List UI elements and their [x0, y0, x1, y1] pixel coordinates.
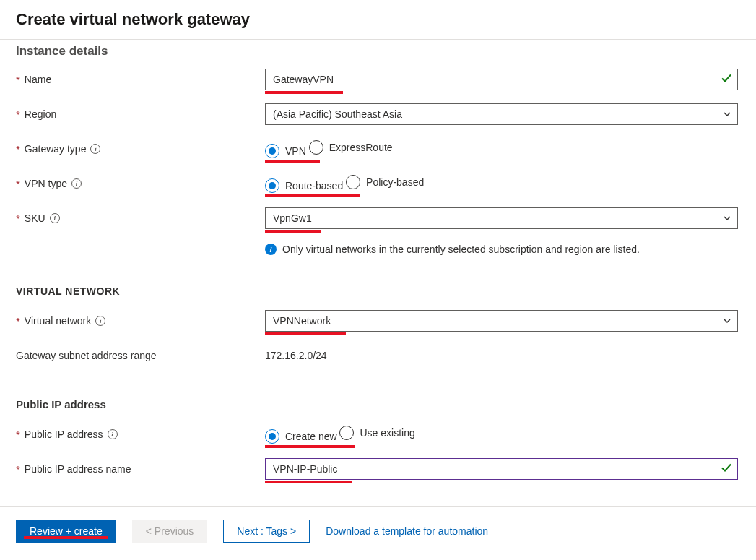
chevron-down-icon	[723, 316, 731, 325]
info-icon[interactable]: i	[95, 316, 105, 326]
radio-expressroute[interactable]: ExpressRoute	[309, 140, 393, 155]
radio-dot	[309, 140, 323, 155]
radio-use-existing[interactable]: Use existing	[339, 426, 414, 440]
highlight-underline	[265, 481, 352, 483]
chevron-down-icon	[723, 214, 731, 223]
next-tags-button[interactable]: Next : Tags >	[223, 520, 310, 543]
highlight-underline	[24, 536, 108, 539]
public-ip-name-input[interactable]	[265, 458, 738, 480]
sku-select[interactable]: VpnGw1	[265, 207, 738, 229]
label-name: * Name	[16, 74, 265, 86]
row-region: * Region (Asia Pacific) Southeast Asia	[16, 102, 740, 126]
radio-dot	[265, 178, 279, 193]
vnet-select[interactable]: VPNNetwork	[265, 310, 738, 332]
radio-policy-based[interactable]: Policy-based	[346, 175, 424, 189]
radio-dot	[265, 144, 279, 158]
required-asterisk: *	[16, 212, 20, 225]
required-asterisk: *	[16, 463, 20, 475]
highlight-underline	[265, 230, 321, 233]
label-public-ip: * Public IP address i	[16, 428, 265, 441]
required-asterisk: *	[16, 315, 20, 327]
radio-route-based[interactable]: Route-based	[265, 178, 343, 193]
label-vpn-type: * VPN type i	[16, 178, 265, 190]
section-public-ip: Public IP address	[16, 398, 740, 410]
region-select[interactable]: (Asia Pacific) Southeast Asia	[265, 103, 738, 125]
info-icon[interactable]: i	[71, 178, 82, 189]
page-header: Create virtual network gateway	[0, 0, 756, 40]
review-create-button[interactable]: Review + create	[16, 520, 116, 543]
row-public-ip-mode: * Public IP address i Create new Use exi…	[16, 422, 740, 447]
previous-button: < Previous	[132, 520, 208, 543]
required-asterisk: *	[16, 178, 20, 190]
highlight-underline	[265, 445, 355, 448]
radio-dot	[265, 429, 279, 444]
info-icon[interactable]: i	[90, 144, 100, 154]
required-asterisk: *	[16, 428, 20, 441]
radio-dot	[339, 426, 354, 440]
radio-create-new[interactable]: Create new	[265, 429, 337, 444]
label-gateway-type: * Gateway type i	[16, 143, 265, 155]
label-region: * Region	[16, 108, 265, 121]
gateway-type-radio-group: VPN ExpressRoute	[265, 140, 393, 158]
highlight-underline	[265, 160, 320, 163]
highlight-underline	[265, 91, 343, 94]
name-input[interactable]	[265, 69, 738, 90]
section-instance-details: Instance details	[16, 44, 740, 59]
highlight-underline	[265, 194, 360, 197]
row-name: * Name	[16, 67, 740, 92]
radio-dot	[346, 175, 360, 189]
footer-bar: Review + create < Previous Next : Tags >…	[0, 506, 756, 556]
row-gateway-type: * Gateway type i VPN ExpressRoute	[16, 137, 740, 161]
row-vnet: * Virtual network i VPNNetwork	[16, 309, 740, 333]
row-public-ip-name: * Public IP address name	[16, 457, 740, 481]
vpn-type-radio-group: Route-based Policy-based	[265, 175, 424, 193]
radio-vpn[interactable]: VPN	[265, 144, 306, 158]
row-subnet: Gateway subnet address range 172.16.2.0/…	[16, 343, 740, 368]
required-asterisk: *	[16, 74, 20, 86]
subnet-range-value: 172.16.2.0/24	[265, 350, 327, 361]
section-virtual-network: VIRTUAL NETWORK	[16, 285, 740, 297]
info-icon[interactable]: i	[50, 213, 60, 223]
chevron-down-icon	[723, 110, 731, 119]
info-filled-icon: i	[265, 244, 277, 255]
info-icon[interactable]: i	[108, 429, 118, 439]
row-vpn-type: * VPN type i Route-based Policy-based	[16, 171, 740, 196]
form-content: Instance details * Name * Region (Asia P…	[0, 44, 756, 506]
label-public-ip-name: * Public IP address name	[16, 463, 265, 475]
vnet-hint: i Only virtual networks in the currently…	[265, 244, 738, 255]
required-asterisk: *	[16, 143, 20, 155]
label-subnet-range: Gateway subnet address range	[16, 350, 265, 361]
label-virtual-network: * Virtual network i	[16, 315, 265, 327]
download-template-link[interactable]: Download a template for automation	[326, 525, 488, 537]
label-sku: * SKU i	[16, 212, 265, 225]
row-sku: * SKU i VpnGw1	[16, 206, 740, 231]
highlight-underline	[265, 332, 346, 335]
required-asterisk: *	[16, 108, 20, 121]
public-ip-radio-group: Create new Use existing	[265, 426, 415, 444]
page-title: Create virtual network gateway	[16, 10, 740, 29]
